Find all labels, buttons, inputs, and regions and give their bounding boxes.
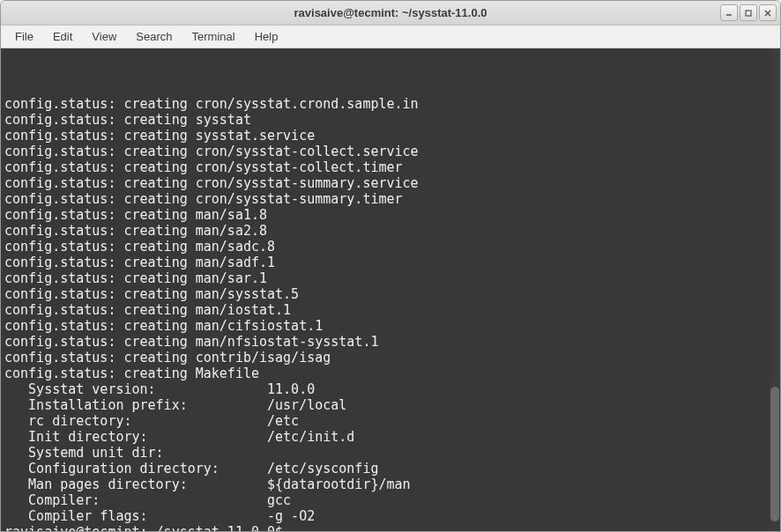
config-status-line: config.status: creating man/iostat.1 <box>4 302 777 318</box>
maximize-icon <box>744 9 753 18</box>
menu-help[interactable]: Help <box>246 27 287 46</box>
config-status-line: config.status: creating man/nfsiostat-sy… <box>4 334 777 350</box>
summary-line: Compiler flags: -g -O2 <box>4 508 777 524</box>
config-status-line: config.status: creating cron/sysstat-sum… <box>4 175 777 191</box>
config-status-line: config.status: creating sysstat.service <box>4 128 777 144</box>
config-status-line: config.status: creating man/sysstat.5 <box>4 286 777 302</box>
config-status-line: config.status: creating man/sa1.8 <box>4 207 777 223</box>
minimize-icon <box>725 9 733 18</box>
close-icon <box>763 9 772 18</box>
config-status-line: config.status: creating man/sadc.8 <box>4 239 777 255</box>
summary-line: Installation prefix: /usr/local <box>4 397 777 413</box>
window-controls <box>720 4 777 21</box>
close-button[interactable] <box>759 4 777 21</box>
config-status-line: config.status: creating Makefile <box>4 366 777 381</box>
menu-terminal[interactable]: Terminal <box>183 27 244 46</box>
config-status-line: config.status: creating cron/sysstat-col… <box>4 159 777 175</box>
config-status-line: config.status: creating man/cifsiostat.1 <box>4 318 777 334</box>
terminal-window: ravisaive@tecmint: ~/sysstat-11.0.0 File… <box>0 0 781 532</box>
summary-line: Man pages directory: ${datarootdir}/man <box>4 477 777 492</box>
config-status-line: config.status: creating cron/sysstat-sum… <box>4 191 777 207</box>
maximize-button[interactable] <box>740 4 757 21</box>
summary-line: Sysstat version: 11.0.0 <box>4 381 777 397</box>
config-status-line: config.status: creating man/sa2.8 <box>4 223 777 239</box>
menu-search[interactable]: Search <box>127 27 181 46</box>
menu-file[interactable]: File <box>6 27 42 46</box>
titlebar: ravisaive@tecmint: ~/sysstat-11.0.0 <box>1 1 780 26</box>
terminal-viewport[interactable]: config.status: creating cron/sysstat.cro… <box>1 48 780 531</box>
menu-view[interactable]: View <box>83 27 125 46</box>
prompt-line[interactable]: ravisaive@tecmint:~/sysstat-11.0.0$ <box>4 524 777 531</box>
summary-line: rc directory: /etc <box>4 413 777 429</box>
config-status-line: config.status: creating sysstat <box>4 112 777 128</box>
summary-line: Init directory: /etc/init.d <box>4 429 777 445</box>
window-title: ravisaive@tecmint: ~/sysstat-11.0.0 <box>294 6 487 19</box>
summary-line: Configuration directory: /etc/sysconfig <box>4 461 777 477</box>
config-status-line: config.status: creating cron/sysstat.cro… <box>4 96 777 112</box>
menu-edit[interactable]: Edit <box>44 27 81 46</box>
scrollbar-thumb[interactable] <box>770 387 779 521</box>
scrollbar[interactable] <box>770 48 780 531</box>
summary-line: Systemd unit dir: <box>4 445 777 461</box>
config-status-line: config.status: creating man/sadf.1 <box>4 255 777 270</box>
menubar: File Edit View Search Terminal Help <box>1 26 780 48</box>
minimize-button[interactable] <box>720 4 738 21</box>
config-status-line: config.status: creating contrib/isag/isa… <box>4 350 777 366</box>
svg-rect-1 <box>746 11 751 16</box>
config-status-line: config.status: creating man/sar.1 <box>4 270 777 286</box>
summary-line: Compiler: gcc <box>4 492 777 508</box>
config-status-line: config.status: creating cron/sysstat-col… <box>4 144 777 159</box>
